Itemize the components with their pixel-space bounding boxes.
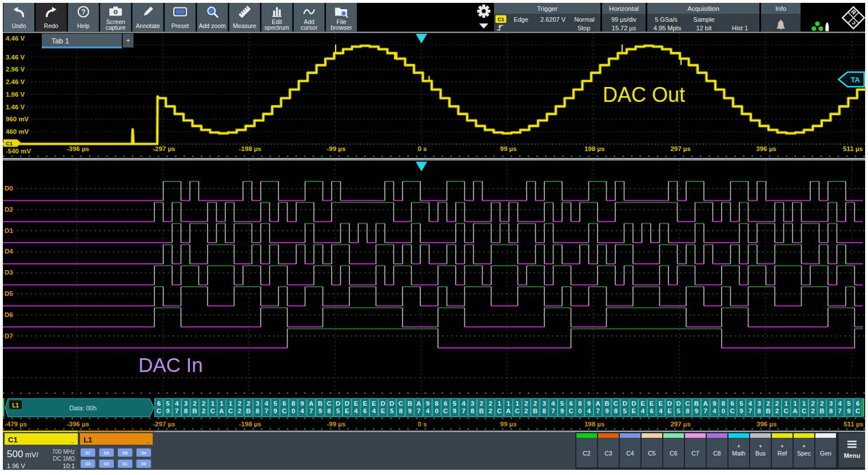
svg-text:D0: D0 — [5, 185, 13, 192]
svg-text:C: C — [730, 407, 735, 414]
svg-text:E: E — [372, 400, 376, 407]
svg-text:0 s: 0 s — [418, 145, 427, 152]
svg-text:C: C — [685, 400, 690, 407]
svg-text:_: _ — [145, 436, 150, 443]
svg-text:DAC Out: DAC Out — [603, 83, 685, 106]
svg-text:C5: C5 — [648, 450, 656, 457]
svg-text:7: 7 — [175, 407, 178, 414]
svg-text:2: 2 — [202, 407, 205, 414]
svg-text:99 µs: 99 µs — [500, 421, 517, 428]
svg-text:8: 8 — [327, 407, 331, 414]
svg-text:7: 7 — [417, 407, 420, 414]
svg-text:Ref: Ref — [778, 450, 787, 457]
svg-text:8: 8 — [614, 407, 618, 414]
svg-text:6: 6 — [650, 407, 653, 414]
svg-text:C1: C1 — [497, 17, 504, 22]
svg-text:2: 2 — [775, 400, 779, 407]
svg-text:2: 2 — [533, 400, 537, 407]
svg-text:297 µs: 297 µs — [670, 145, 690, 152]
svg-text:C: C — [157, 407, 161, 414]
svg-text:3: 3 — [184, 400, 188, 407]
svg-text:D3: D3 — [5, 269, 13, 276]
svg-text:Help: Help — [77, 22, 90, 29]
svg-text:511 µs: 511 µs — [843, 421, 863, 428]
svg-text:1: 1 — [211, 400, 215, 407]
svg-text:7: 7 — [309, 407, 313, 414]
svg-text:1.46 V: 1.46 V — [6, 104, 25, 110]
svg-text:+: + — [781, 444, 783, 449]
svg-text:E: E — [632, 407, 636, 414]
svg-text:E: E — [659, 400, 663, 407]
svg-text:+: + — [759, 444, 762, 449]
svg-text:198 µs: 198 µs — [584, 421, 604, 428]
svg-text:E: E — [667, 407, 672, 414]
svg-text:7: 7 — [838, 407, 842, 414]
svg-text:capture: capture — [106, 24, 126, 31]
svg-text:D4: D4 — [5, 248, 13, 255]
svg-text:2: 2 — [238, 400, 241, 407]
svg-text:-99 µs: -99 µs — [327, 145, 346, 152]
svg-text:Measure: Measure — [233, 22, 256, 29]
svg-text:7: 7 — [265, 407, 268, 414]
svg-text:A: A — [219, 407, 224, 414]
svg-text:1: 1 — [785, 400, 789, 407]
svg-text:2: 2 — [488, 407, 492, 414]
svg-text:6: 6 — [856, 400, 859, 407]
svg-text:B: B — [246, 407, 250, 414]
svg-text:4: 4 — [175, 400, 179, 407]
svg-text:9: 9 — [560, 407, 564, 414]
svg-text:B: B — [694, 400, 699, 407]
svg-text:cursor: cursor — [301, 24, 318, 31]
svg-text:0 s: 0 s — [418, 421, 427, 428]
svg-text:8: 8 — [471, 407, 475, 414]
svg-text:9: 9 — [426, 400, 429, 407]
svg-text:5: 5 — [676, 407, 680, 414]
svg-text:6: 6 — [444, 400, 447, 407]
svg-text:2: 2 — [775, 407, 779, 414]
svg-text:198 µs: 198 µs — [584, 145, 604, 152]
svg-text:E: E — [640, 400, 645, 407]
svg-text:D7: D7 — [5, 332, 13, 339]
svg-text:Acquisition: Acquisition — [687, 5, 719, 12]
svg-text:0: 0 — [578, 407, 582, 414]
svg-text:5: 5 — [739, 400, 743, 407]
svg-text:9: 9 — [408, 407, 411, 414]
svg-text:C: C — [327, 400, 331, 407]
svg-text:5 GSa/s: 5 GSa/s — [655, 16, 678, 23]
svg-text:TA: TA — [851, 76, 861, 84]
svg-text:D7: D7 — [86, 451, 91, 455]
svg-text:?: ? — [81, 8, 85, 16]
svg-text:396 µs: 396 µs — [756, 421, 777, 428]
svg-text:3: 3 — [829, 400, 833, 407]
svg-text:12 bit: 12 bit — [696, 25, 712, 31]
svg-text:2: 2 — [524, 407, 528, 414]
svg-text:Annotate: Annotate — [136, 22, 160, 29]
svg-text:D2: D2 — [104, 462, 109, 466]
svg-text:4: 4 — [265, 400, 269, 407]
svg-text:9: 9 — [695, 407, 698, 414]
svg-text:700 MHz: 700 MHz — [52, 449, 75, 455]
svg-text:1.96 V: 1.96 V — [6, 91, 25, 98]
svg-text:8: 8 — [686, 407, 690, 414]
svg-text:C2: C2 — [583, 450, 591, 457]
svg-text:4.95 Mpts: 4.95 Mpts — [654, 25, 682, 31]
svg-text:1: 1 — [793, 400, 797, 407]
svg-text:6: 6 — [363, 407, 367, 414]
svg-text:99 µs: 99 µs — [500, 145, 517, 152]
svg-text:E: E — [363, 400, 367, 407]
svg-text:C: C — [282, 407, 286, 414]
svg-text:E: E — [345, 407, 349, 414]
svg-text:4: 4 — [587, 407, 591, 414]
svg-text:99 µs/div: 99 µs/div — [611, 16, 637, 23]
svg-text:+: + — [126, 37, 130, 45]
svg-text:8: 8 — [399, 407, 403, 414]
svg-text:D: D — [623, 400, 627, 407]
svg-text:browser: browser — [331, 24, 352, 31]
svg-text:4.46 V: 4.46 V — [6, 35, 25, 42]
svg-text:15.72 µs: 15.72 µs — [612, 25, 636, 31]
svg-text:C1: C1 — [8, 436, 18, 444]
svg-text:2: 2 — [820, 400, 823, 407]
svg-text:4: 4 — [659, 407, 663, 414]
svg-text:2: 2 — [480, 400, 483, 407]
svg-text:Gen: Gen — [820, 450, 831, 457]
